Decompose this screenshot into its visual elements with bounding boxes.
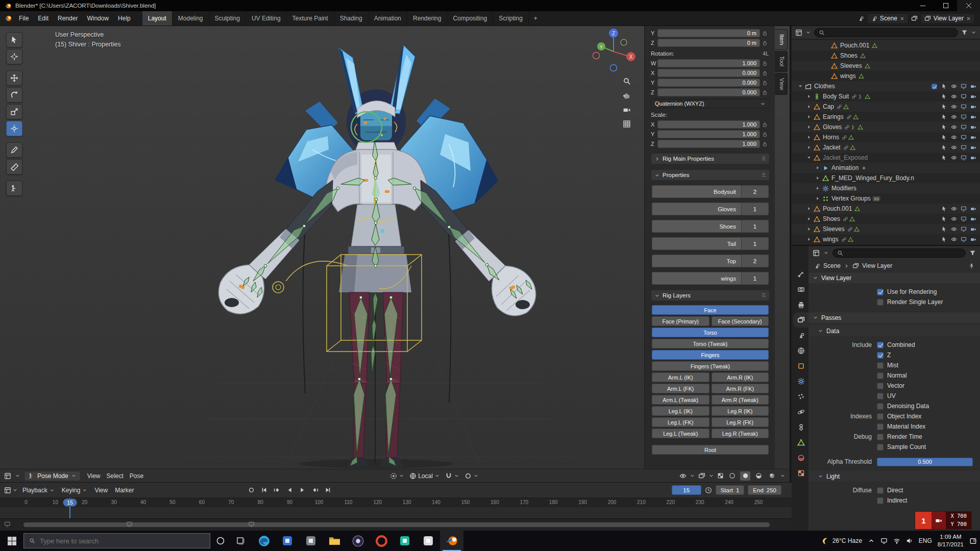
transform-value-field[interactable]: 1.000 — [657, 120, 760, 129]
sidebar-tab-tool[interactable]: Tool — [775, 51, 788, 71]
unlink-view-layer-icon[interactable] — [966, 16, 971, 21]
viewport-menu-select[interactable]: Select — [104, 472, 127, 480]
light-subsection-header[interactable]: Light — [808, 471, 980, 482]
checkbox-object-index[interactable] — [877, 413, 884, 420]
cortana-button[interactable] — [210, 531, 231, 551]
outliner-row-cap[interactable]: Cap — [792, 102, 980, 112]
disable-render-icon[interactable] — [969, 236, 977, 242]
scene-selector[interactable]: Scene — [867, 13, 909, 24]
menu-help[interactable]: Help — [113, 12, 135, 25]
hidden-icons-caret-icon[interactable] — [868, 537, 875, 544]
selectable-icon[interactable] — [940, 93, 948, 99]
expand-arrow-icon[interactable] — [805, 135, 813, 140]
properties-tab-output[interactable] — [793, 297, 808, 312]
outliner-search-input[interactable] — [814, 28, 958, 37]
disable-viewport-icon[interactable] — [959, 134, 968, 140]
lock-icon[interactable] — [760, 61, 770, 66]
outliner-row-animation[interactable]: Animation — [792, 163, 980, 173]
selectable-icon[interactable] — [940, 134, 948, 140]
disable-render-icon[interactable] — [969, 104, 977, 110]
next-keyframe-button[interactable] — [310, 486, 321, 495]
blender-menu-logo-icon[interactable] — [4, 14, 12, 22]
rig-layer-button-leg-l-ik-[interactable]: Leg.L (IK) — [652, 406, 709, 416]
custom-property-slider[interactable]: Bodysuit2 — [652, 185, 769, 198]
shading-solid-button[interactable] — [740, 471, 750, 481]
outliner-row-pouch-001[interactable]: Pouch.001 — [792, 40, 980, 51]
checkbox-render-single-layer[interactable] — [877, 299, 884, 306]
checkbox-direct[interactable] — [877, 487, 884, 494]
playhead-frame-badge[interactable]: 15 — [63, 498, 77, 507]
transform-value-field[interactable]: 0 m — [657, 29, 760, 37]
expand-arrow-icon[interactable] — [805, 206, 813, 211]
checkbox-use-for-rendering[interactable] — [877, 289, 884, 295]
rig-layer-button-arm-r-tweak-[interactable]: Arm.R (Tweak) — [712, 395, 769, 405]
xray-icon[interactable] — [717, 472, 724, 479]
custom-property-slider[interactable]: Shoes1 — [652, 220, 769, 233]
lock-icon[interactable] — [760, 70, 770, 76]
rig-layer-button-face-primary-[interactable]: Face (Primary) — [652, 316, 709, 326]
checkbox-vector[interactable] — [877, 383, 884, 389]
annotate-tool-button[interactable] — [6, 142, 22, 158]
disable-render-icon[interactable] — [969, 206, 977, 212]
mode-dropdown[interactable]: Pose Mode — [24, 471, 81, 481]
editor-type-icon[interactable] — [4, 472, 11, 480]
minimize-button[interactable] — [911, 0, 934, 11]
close-button[interactable] — [957, 0, 980, 11]
checkbox-combined[interactable] — [877, 342, 884, 348]
checkbox-uv[interactable] — [877, 393, 884, 399]
shading-wireframe-button[interactable] — [727, 471, 737, 481]
expand-arrow-icon[interactable] — [805, 124, 813, 130]
ortho-toggle-icon[interactable] — [623, 120, 631, 128]
outliner-row-vertex-groups[interactable]: Vertex Groups99 — [792, 193, 980, 204]
outliner-row-horns[interactable]: Horns — [792, 132, 980, 142]
task-view-button[interactable] — [231, 531, 251, 551]
hide-icon[interactable] — [949, 93, 958, 99]
rig-layers-panel-header[interactable]: Rig Layers☰ — [651, 290, 770, 301]
lock-icon[interactable] — [760, 80, 770, 86]
rig-layer-button-leg-l-fk-[interactable]: Leg.L (FK) — [652, 417, 709, 427]
hide-icon[interactable] — [949, 206, 958, 212]
editor-type-icon[interactable] — [4, 487, 11, 494]
add-workspace-button[interactable]: + — [529, 15, 543, 22]
rig-layer-button-arm-r-ik-[interactable]: Arm.R (IK) — [712, 372, 769, 382]
expand-arrow-icon[interactable] — [805, 216, 813, 221]
search-input[interactable] — [40, 537, 205, 545]
transform-value-field[interactable]: 1.000 — [657, 140, 760, 148]
rig-layer-button-arm-l-tweak-[interactable]: Arm.L (Tweak) — [652, 395, 709, 405]
rig-layer-button-leg-r-tweak-[interactable]: Leg.R (Tweak) — [712, 429, 769, 438]
menu-render[interactable]: Render — [53, 12, 82, 25]
start-frame-field[interactable]: Start1 — [716, 485, 745, 495]
rig-layer-button-leg-l-tweak-[interactable]: Leg.L (Tweak) — [652, 429, 709, 438]
character-model[interactable] — [218, 45, 536, 467]
viewport-3d[interactable]: User Perspective (15) Shiver : Propertie… — [0, 26, 791, 482]
transform-value-field[interactable]: 0 m — [657, 39, 760, 47]
properties-tab-world[interactable] — [793, 343, 808, 358]
rotation-mode-dropdown[interactable]: Quaternion (WXYZ) — [651, 99, 770, 108]
checkbox-indirect[interactable] — [877, 497, 884, 504]
view-layer-selector[interactable]: View Layer — [920, 13, 975, 24]
properties-tab-object-data[interactable] — [793, 435, 808, 450]
jump-to-start-button[interactable] — [259, 486, 270, 495]
outliner-row-modifiers[interactable]: Modifiers — [792, 183, 980, 193]
disable-render-icon[interactable] — [969, 134, 977, 140]
breadcrumb-view-layer[interactable]: View Layer — [862, 262, 892, 269]
timeline-menu-playback[interactable]: Playback — [19, 485, 58, 496]
sidebar-tab-view[interactable]: View — [775, 73, 788, 95]
rotate-tool-button[interactable] — [6, 87, 22, 103]
shading-material-button[interactable] — [753, 471, 764, 481]
custom-property-slider[interactable]: wings1 — [652, 272, 769, 285]
transform-tool-button[interactable] — [6, 121, 22, 136]
browse-view-layer-icon[interactable] — [911, 15, 918, 22]
lock-icon[interactable] — [760, 90, 770, 95]
disable-viewport-icon[interactable] — [959, 93, 968, 99]
filter-icon[interactable] — [961, 29, 968, 36]
selectable-icon[interactable] — [940, 144, 948, 151]
properties-tab-texture[interactable] — [793, 465, 808, 481]
tweak-select-tool-button[interactable] — [6, 32, 22, 47]
blender-taskbar-icon[interactable] — [440, 531, 463, 551]
hide-icon[interactable] — [949, 236, 958, 242]
rig-layer-button-torso[interactable]: Torso — [652, 328, 769, 337]
play-button[interactable] — [297, 486, 308, 495]
lock-icon[interactable] — [760, 31, 770, 36]
language-indicator[interactable]: ENG — [919, 537, 932, 544]
